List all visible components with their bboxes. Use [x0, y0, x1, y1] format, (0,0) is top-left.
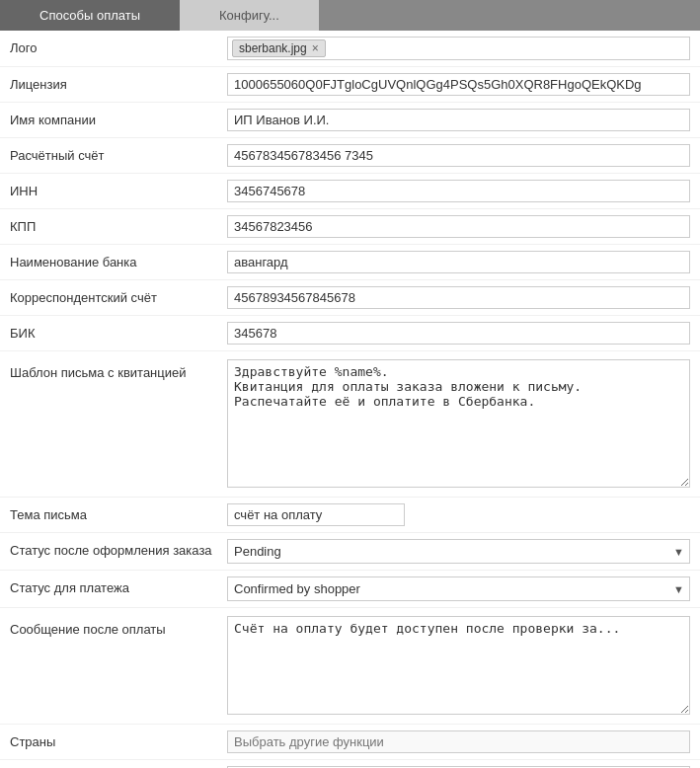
status-payment-select[interactable]: Confirmed by shopper [227, 576, 690, 601]
status-order-select[interactable]: Pending [227, 539, 690, 564]
company-input[interactable] [227, 109, 690, 131]
account-input-wrap [227, 144, 690, 167]
status-payment-row: Статус для платежа Confirmed by shopper … [0, 571, 700, 608]
tab-config[interactable]: Конфигу... [180, 0, 319, 31]
kpp-row: КПП [0, 209, 700, 245]
bik-label: БИК [10, 322, 227, 341]
status-order-wrap: Pending ▼ [227, 539, 690, 564]
inn-label: ИНН [10, 180, 227, 198]
countries-row: Страны [0, 725, 700, 760]
tab-bar: Способы оплаты Конфигу... [0, 0, 700, 31]
corr-row: Корреспондентский счёт [0, 280, 700, 316]
countries-label: Страны [10, 730, 227, 749]
bank-input[interactable] [227, 251, 690, 273]
logo-label: Лого [10, 37, 227, 55]
inn-input-wrap [227, 180, 690, 202]
template-row: Шаблон письма с квитанцией Здравствуйте … [0, 351, 700, 498]
template-label: Шаблон письма с квитанцией [10, 359, 227, 380]
email-subject-input[interactable] [227, 503, 405, 526]
bik-row: БИК [0, 316, 700, 351]
company-row: Имя компании [0, 103, 700, 138]
status-order-label: Статус после оформления заказа [10, 539, 227, 558]
status-payment-select-wrap: Confirmed by shopper ▼ [227, 576, 690, 601]
corr-label: Корреспондентский счёт [10, 286, 227, 305]
kpp-input-wrap [227, 215, 690, 238]
countries-input-wrap [227, 730, 690, 753]
status-payment-wrap: Confirmed by shopper ▼ [227, 576, 690, 601]
template-textarea-wrap: Здравствуйте %name%. Квитанция для оплат… [227, 359, 690, 491]
message-row: Сообщение после оплаты Счёт на оплату бу… [0, 608, 700, 725]
logo-tag-close[interactable]: × [312, 41, 319, 55]
corr-input[interactable] [227, 286, 690, 309]
status-payment-label: Статус для платежа [10, 576, 227, 595]
inn-row: ИНН [0, 174, 700, 209]
email-subject-label: Тема письма [10, 503, 227, 522]
bank-label: Наименование банка [10, 251, 227, 269]
bank-input-wrap [227, 251, 690, 273]
license-input-wrap [227, 73, 690, 96]
bik-input-wrap [227, 322, 690, 345]
inn-input[interactable] [227, 180, 690, 202]
kpp-input[interactable] [227, 215, 690, 238]
license-row: Лицензия [0, 67, 700, 103]
company-label: Имя компании [10, 109, 227, 127]
message-textarea[interactable]: Счёт на оплату будет доступен после пров… [227, 616, 690, 715]
message-textarea-wrap: Счёт на оплату будет доступен после пров… [227, 616, 690, 718]
company-input-wrap [227, 109, 690, 131]
bank-row: Наименование банка [0, 245, 700, 280]
logo-row: Лого sberbank.jpg × [0, 31, 700, 67]
logo-tag: sberbank.jpg × [232, 39, 326, 57]
main-form: Лого sberbank.jpg × Лицензия Имя компани… [0, 31, 700, 768]
email-subject-row: Тема письма [0, 498, 700, 533]
license-label: Лицензия [10, 73, 227, 92]
logo-input-wrap: sberbank.jpg × [227, 37, 690, 60]
account-row: Расчётный счёт [0, 138, 700, 174]
status-order-row: Статус после оформления заказа Pending ▼ [0, 533, 700, 571]
license-input[interactable] [227, 73, 690, 96]
countries-input[interactable] [227, 730, 690, 753]
account-label: Расчётный счёт [10, 144, 227, 163]
currency-row: Валюта Валюта поставщика по умолчанию ▼ [0, 760, 700, 768]
message-label: Сообщение после оплаты [10, 616, 227, 637]
bik-input[interactable] [227, 322, 690, 345]
logo-tag-input[interactable]: sberbank.jpg × [227, 37, 690, 60]
corr-input-wrap [227, 286, 690, 309]
status-order-select-wrap: Pending ▼ [227, 539, 690, 564]
email-subject-input-wrap [227, 503, 690, 526]
template-textarea[interactable]: Здравствуйте %name%. Квитанция для оплат… [227, 359, 690, 488]
kpp-label: КПП [10, 215, 227, 234]
account-input[interactable] [227, 144, 690, 167]
tab-payment-methods[interactable]: Способы оплаты [0, 0, 180, 31]
